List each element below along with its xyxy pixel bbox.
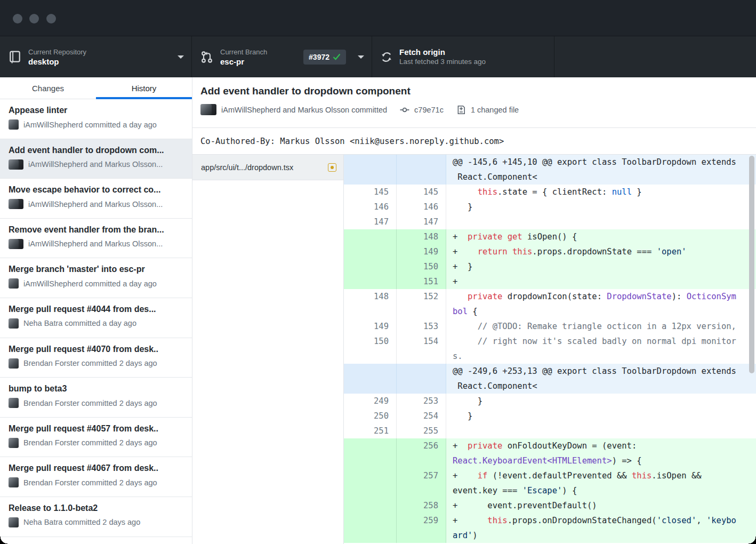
commit-meta: iAmWillShepherd and Markus Olsson... xyxy=(28,239,163,248)
pr-number: #3972 xyxy=(309,53,329,61)
commit-meta: iAmWillShepherd committed a day ago xyxy=(23,121,157,129)
avatar-primary xyxy=(9,199,19,209)
tab-changes[interactable]: Changes xyxy=(0,77,96,99)
minimize-window-button[interactable] xyxy=(29,14,39,23)
commit-title: Add event handler to dropdown com... xyxy=(9,145,184,156)
commit-sha[interactable]: c79e71c xyxy=(414,106,444,114)
git-commit-icon xyxy=(400,105,409,115)
diff-code-text: + return this.props.dropdownState === 'o… xyxy=(446,244,756,259)
changed-files-pane: app/src/ui/t.../dropdown.tsx xyxy=(192,155,344,544)
commit-header: Add event handler to dropdown component … xyxy=(192,77,756,128)
close-window-button[interactable] xyxy=(13,14,22,23)
avatar-primary xyxy=(9,477,19,487)
new-line-number: 253 xyxy=(397,394,446,409)
avatar-primary xyxy=(9,438,19,448)
old-line-number: 251 xyxy=(344,423,397,438)
commit-list-item[interactable]: Remove event handler from the bran... iA… xyxy=(0,219,192,259)
changed-file-path: app/src/ui/t.../dropdown.tsx xyxy=(201,163,328,172)
commit-list-item[interactable]: bump to beta3 Brendan Forster committed … xyxy=(0,378,192,418)
diff-code-text: + } xyxy=(446,259,756,274)
chevron-down-icon xyxy=(358,55,364,59)
diff-line-ctx: 148152 private dropdownIcon(state: Dropd… xyxy=(344,289,756,319)
commit-title: Release to 1.1.0-beta2 xyxy=(9,502,184,514)
commit-meta-row: iAmWillShepherd committed a day ago xyxy=(9,119,184,130)
new-line-number: 145 xyxy=(397,185,446,199)
avatar-primary xyxy=(9,159,19,170)
diff-line-ctx: 146146 } xyxy=(344,199,756,214)
new-line-number: 154 xyxy=(397,334,446,364)
commit-meta: Brendan Forster committed 2 days ago xyxy=(23,399,157,407)
commit-list-item[interactable]: Merge pull request #4050 from des... xyxy=(0,537,192,544)
commit-list-item[interactable]: Appease linter iAmWillShepherd committed… xyxy=(0,99,192,139)
diff-scrollbar-thumb[interactable] xyxy=(749,156,754,373)
avatar-primary xyxy=(9,358,19,369)
new-line-number: 153 xyxy=(397,319,446,334)
commit-title: Merge pull request #4044 from des... xyxy=(9,303,184,315)
commit-meta: Brendan Forster committed 2 days ago xyxy=(23,359,157,367)
commit-list-item[interactable]: Merge branch 'master' into esc-pr iAmWil… xyxy=(0,258,192,298)
app-toolbar: Current Repository desktop Current Branc… xyxy=(0,36,756,77)
commit-meta-row: iAmWillShepherd and Markus Olsson... xyxy=(9,199,184,209)
tab-history[interactable]: History xyxy=(96,77,192,99)
new-line-number: 146 xyxy=(397,199,446,214)
new-line-number: 258 xyxy=(397,498,446,513)
diff-code-text: + xyxy=(446,274,756,289)
new-line-number: 151 xyxy=(397,274,446,289)
avatar xyxy=(9,159,23,170)
diff-line-add: 150+ } xyxy=(344,259,756,274)
avatar xyxy=(9,278,19,289)
commit-list-item[interactable]: Merge pull request #4044 from des... Neh… xyxy=(0,298,192,338)
old-line-number xyxy=(344,438,397,468)
commit-meta: iAmWillShepherd and Markus Olsson... xyxy=(28,200,163,209)
diff-line-ctx: 249253 } xyxy=(344,394,756,409)
commit-list-item[interactable]: Merge pull request #4067 from desk.. Bre… xyxy=(0,457,192,497)
commit-meta-row: iAmWillShepherd and Markus Olsson... xyxy=(9,239,184,249)
diff-line-hunk: @@ -145,6 +145,10 @@ export class Toolba… xyxy=(344,155,756,185)
changed-file-row[interactable]: app/src/ui/t.../dropdown.tsx xyxy=(192,155,343,180)
old-line-number xyxy=(344,274,397,289)
fetch-origin-button[interactable]: Fetch origin Last fetched 3 minutes ago xyxy=(372,36,554,77)
diff-code-text: } xyxy=(446,394,756,409)
new-line-number: 254 xyxy=(397,409,446,423)
commit-list-item[interactable]: Release to 1.1.0-beta2 Neha Batra commit… xyxy=(0,497,192,537)
new-line-number: 256 xyxy=(397,438,446,468)
diff-code-text: this.state = { clientRect: null } xyxy=(446,185,756,199)
old-line-number: 150 xyxy=(344,334,397,364)
commit-list-item[interactable]: Merge pull request #4057 from desk.. Bre… xyxy=(0,418,192,458)
diff-line-ctx: 147147 xyxy=(344,214,756,229)
old-line-number: 146 xyxy=(344,199,397,214)
commit-title: Merge branch 'master' into esc-pr xyxy=(9,263,184,275)
commit-meta: iAmWillShepherd committed a day ago xyxy=(23,279,157,288)
commit-list: Appease linter iAmWillShepherd committed… xyxy=(0,99,192,544)
diff-code-text: // right now it's scaled badly on normal… xyxy=(446,334,756,364)
diff-line-hunk: @@ -249,6 +253,13 @@ export class Toolba… xyxy=(344,364,756,394)
current-repository-button[interactable]: Current Repository desktop xyxy=(0,36,192,77)
old-line-number xyxy=(344,513,397,543)
avatar-primary xyxy=(9,239,19,249)
old-line-number xyxy=(344,468,397,498)
pr-number-badge: #3972 xyxy=(303,50,346,65)
commit-list-item[interactable]: Move escape behavior to correct co... iA… xyxy=(0,179,192,219)
commit-list-item[interactable]: Merge pull request #4070 from desk.. Bre… xyxy=(0,338,192,378)
current-branch-button[interactable]: Current Branch esc-pr #3972 xyxy=(192,36,372,77)
commit-list-item[interactable]: Add event handler to dropdown com... iAm… xyxy=(0,139,192,179)
fetch-origin-subtitle: Last fetched 3 minutes ago xyxy=(399,57,546,67)
avatar xyxy=(9,358,19,369)
commit-detail-panel: Add event handler to dropdown component … xyxy=(192,77,756,544)
sidebar-tabs: Changes History xyxy=(0,77,192,99)
diff-line-add: 151+ xyxy=(344,274,756,289)
commit-title: Merge pull request #4070 from desk.. xyxy=(9,343,184,355)
commit-meta-row: Brendan Forster committed 2 days ago xyxy=(9,398,184,408)
zoom-window-button[interactable] xyxy=(46,14,56,23)
file-diff-icon xyxy=(456,105,466,115)
old-line-number xyxy=(344,259,397,274)
check-icon xyxy=(333,53,341,60)
diff-line-add: 258+ event.preventDefault() xyxy=(344,498,756,513)
diff-code-text xyxy=(446,423,756,438)
commit-meta: iAmWillShepherd and Markus Olsson... xyxy=(28,160,163,169)
old-line-number xyxy=(344,155,397,185)
diff-line-ctx: 149153 // @TODO: Remake triangle octicon… xyxy=(344,319,756,334)
changed-files-count: 1 changed file xyxy=(471,106,519,114)
old-line-number xyxy=(344,229,397,244)
commit-title: Appease linter xyxy=(9,105,184,116)
